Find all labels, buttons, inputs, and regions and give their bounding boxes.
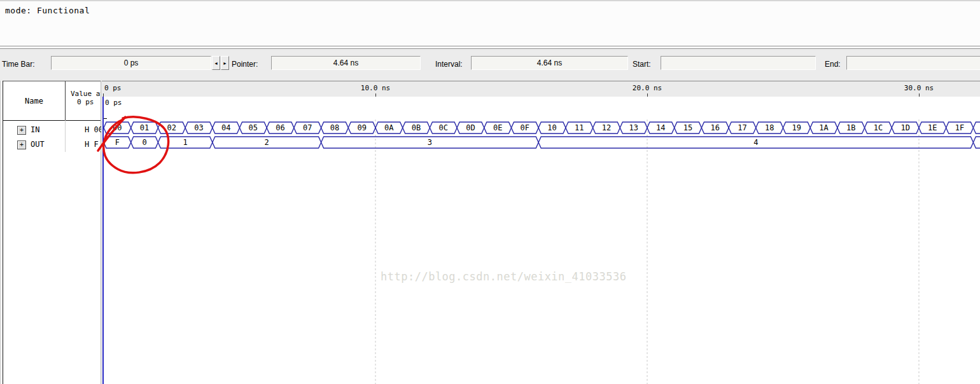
signal-name: IN: [31, 125, 39, 134]
signal-row-in[interactable]: + IN H 00: [3, 123, 101, 137]
bus-value-label: 19: [792, 123, 801, 132]
interval-field[interactable]: 4.64 ns: [471, 56, 628, 70]
bus-value-label: 14: [656, 123, 665, 132]
value-header-line1: Value at: [71, 90, 101, 98]
waveform-editor: Name Value at 0 ps + IN H 00 + OUT H F 0…: [0, 78, 980, 384]
bus-value-label: 02: [167, 123, 176, 132]
value-column-header: Value at 0 ps: [66, 81, 101, 120]
bus-value-label: 1C: [874, 123, 883, 132]
bus-value-label: 0B: [412, 123, 421, 132]
mode-bar: mode: Functional: [0, 0, 980, 47]
signal-value: H F: [85, 140, 101, 149]
bus-value-label: 03: [194, 123, 203, 132]
bus-value-label: 04: [221, 123, 230, 132]
bus-value-label: 10: [547, 123, 556, 132]
signal-value: H 00: [85, 125, 101, 134]
end-field[interactable]: [846, 56, 980, 70]
bus-value-label: 15: [683, 123, 692, 132]
bus-segment-open: [973, 122, 980, 134]
interval-label: Interval:: [435, 60, 463, 69]
expand-plus-icon[interactable]: +: [17, 126, 26, 135]
waveform-canvas[interactable]: 000102030405060708090A0B0C0D0E0F10111213…: [102, 81, 980, 384]
bus-value-label: 0C: [439, 123, 448, 132]
bus-value-label: 0E: [493, 123, 502, 132]
pointer-field[interactable]: 4.64 ns: [271, 56, 421, 70]
time-bar-step-right-button[interactable]: ►: [221, 56, 229, 70]
signal-table-header: Name Value at 0 ps: [3, 81, 101, 121]
section-divider: [0, 46, 980, 51]
bus-value-label: 09: [357, 123, 366, 132]
bus-value-label: 4: [753, 138, 758, 147]
bus-value-label: 3: [428, 138, 432, 147]
expand-plus-icon[interactable]: +: [17, 141, 26, 149]
bus-value-label: 0: [142, 138, 146, 147]
time-bar-label: Time Bar:: [2, 60, 35, 69]
bus-value-label: 0A: [384, 123, 394, 132]
bus-value-label: 06: [276, 123, 284, 132]
start-label: Start:: [633, 60, 651, 69]
time-bar-field[interactable]: 0 ps: [51, 56, 211, 70]
panel-edge: [0, 81, 1, 384]
watermark-text: http://blog.csdn.net/weixin_41033536: [381, 270, 626, 283]
bus-value-label: 0D: [466, 123, 475, 132]
bus-value-label: 1D: [900, 123, 909, 132]
start-field[interactable]: [661, 56, 816, 70]
bus-value-label: 07: [303, 123, 312, 132]
time-bar-step-left-button[interactable]: ◄: [212, 56, 220, 70]
pointer-label: Pointer:: [232, 60, 258, 69]
wave-panel: 0 ps10.0 ns20.0 ns30.0 ns 0 ps 000102030…: [101, 81, 980, 384]
bus-value-label: 1A: [819, 123, 829, 132]
bus-value-label: 01: [140, 123, 149, 132]
bus-segment-open: [973, 137, 980, 148]
time-toolbar: Time Bar: 0 ps ◄ ► Pointer: 4.64 ns Inte…: [0, 51, 980, 78]
simulation-mode-text: mode: Functional: [5, 6, 90, 15]
end-label: End:: [825, 60, 841, 69]
bus-value-label: 17: [738, 123, 746, 132]
bus-value-label: 1B: [846, 123, 855, 132]
bus-value-label: 05: [249, 123, 258, 132]
bus-value-label: 1: [183, 138, 187, 147]
name-column-header: Name: [3, 81, 66, 120]
bus-value-label: 13: [629, 123, 638, 132]
bus-value-label: 18: [765, 123, 774, 132]
bus-value-label: 00: [113, 123, 122, 132]
signal-name: OUT: [31, 140, 45, 149]
bus-value-label: 2: [265, 138, 269, 147]
signal-row-out[interactable]: + OUT H F: [3, 137, 101, 152]
bus-value-label: 08: [330, 123, 339, 132]
bus-value-label: F: [115, 138, 120, 147]
time-cursor-line[interactable]: [102, 97, 104, 384]
bus-value-label: 11: [575, 123, 584, 132]
value-header-line2: 0 ps: [77, 98, 94, 106]
bus-value-label: 1F: [955, 123, 964, 132]
signal-panel: Name Value at 0 ps + IN H 00 + OUT H F: [0, 81, 101, 384]
bus-value-label: 1E: [928, 123, 937, 132]
bus-value-label: 12: [602, 123, 611, 132]
bus-value-label: 16: [711, 123, 720, 132]
bus-value-label: 0F: [521, 123, 529, 132]
